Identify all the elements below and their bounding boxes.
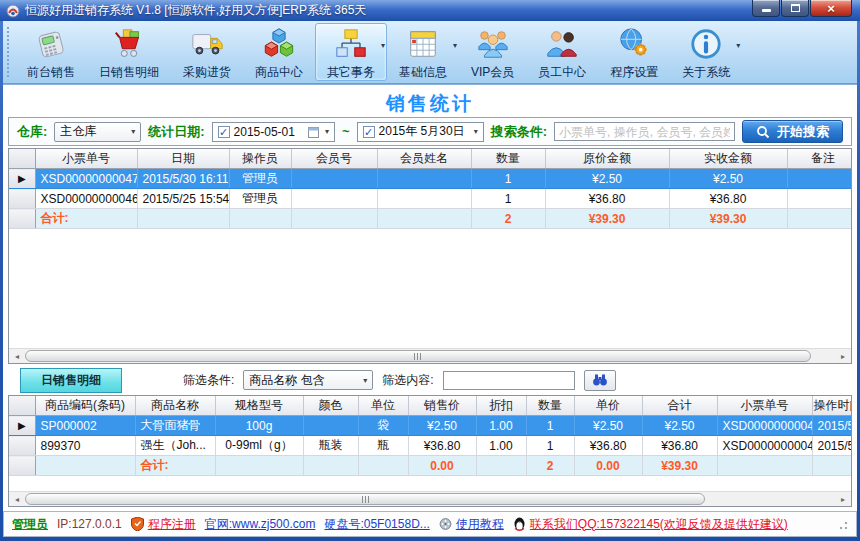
table-cell xyxy=(787,189,852,209)
table-cell: 瓶装 xyxy=(303,436,358,456)
scroll-right-button[interactable]: ▸ xyxy=(835,492,851,506)
maximize-icon xyxy=(791,4,800,12)
table-cell: 2015/5/25 15:54 xyxy=(137,189,229,209)
warehouse-select[interactable]: 主仓库 ▾ xyxy=(54,122,141,142)
maximize-button[interactable] xyxy=(781,0,809,17)
toolbar-button-about[interactable]: 关于系统 ▾ xyxy=(670,23,742,81)
checkbox-checked-icon[interactable]: ✓ xyxy=(218,126,230,138)
toolbar-button-staff-center[interactable]: 员工中心 xyxy=(526,23,598,81)
table-cell xyxy=(229,209,291,229)
detail-filter-select[interactable]: 商品名称 包含 ▾ xyxy=(243,370,373,390)
table-cell: ¥2.50 xyxy=(642,416,717,436)
detail-content-label: 筛选内容: xyxy=(382,372,433,389)
search-icon xyxy=(756,125,770,139)
scrollbar-thumb[interactable] xyxy=(25,350,811,362)
tab-daily-sales-detail[interactable]: 日销售明细 xyxy=(20,368,122,393)
totals-row[interactable]: 合计:2¥39.30¥39.30 xyxy=(9,209,852,229)
column-header[interactable]: 单价 xyxy=(574,396,642,416)
date-to-picker[interactable]: ✓ 2015年 5月30日 ▾ xyxy=(357,122,484,142)
column-header[interactable]: 单位 xyxy=(358,396,408,416)
scrollbar-thumb[interactable] xyxy=(25,493,705,505)
close-button[interactable]: × xyxy=(810,0,852,17)
column-header[interactable]: 实收金额 xyxy=(669,149,787,169)
table-cell: 管理员 xyxy=(229,189,291,209)
toolbar-button-purchase[interactable]: 采购进货 xyxy=(171,23,243,81)
table-cell: 大骨面猪骨 xyxy=(135,416,215,436)
detail-filter-input[interactable] xyxy=(443,371,575,390)
contact-link[interactable]: 联系我们QQ:157322145(欢迎反馈及提供好建议) xyxy=(530,516,788,533)
vip-members-icon xyxy=(476,27,510,61)
table-cell xyxy=(717,456,812,476)
column-header[interactable]: 商品编码(条码) xyxy=(35,396,135,416)
column-header[interactable]: 原价金额 xyxy=(545,149,669,169)
column-header[interactable]: 数量 xyxy=(526,396,574,416)
table-row[interactable]: ▶SP000002大骨面猪骨100g袋¥2.501.001¥2.50¥2.50X… xyxy=(9,416,852,436)
column-header[interactable]: 规格型号 xyxy=(215,396,303,416)
scrollbar-track[interactable] xyxy=(25,492,835,506)
column-header[interactable]: 折扣 xyxy=(476,396,526,416)
column-header[interactable]: 会员姓名 xyxy=(377,149,471,169)
detail-filter-label: 筛选条件: xyxy=(183,372,234,389)
column-header[interactable]: 合计 xyxy=(642,396,717,416)
table-cell: 1 xyxy=(526,436,574,456)
find-button[interactable] xyxy=(584,370,616,391)
date-from-picker[interactable]: ✓ 2015-05-01 ▾ xyxy=(212,122,335,142)
calendar-icon xyxy=(308,126,321,138)
horizontal-scrollbar[interactable]: ◂ ▸ xyxy=(9,348,851,363)
scroll-left-button[interactable]: ◂ xyxy=(9,492,25,506)
toolbar-button-label: 员工中心 xyxy=(538,64,586,81)
org-chart-icon xyxy=(334,27,368,61)
search-input[interactable] xyxy=(554,122,735,141)
column-header[interactable]: 颜色 xyxy=(303,396,358,416)
register-link[interactable]: 程序注册 xyxy=(148,516,196,533)
table-cell: 2015/5/30 16:11 xyxy=(137,169,229,189)
totals-row[interactable]: 合计:0.0020.00¥39.30 xyxy=(9,456,852,476)
toolbar-button-vip-members[interactable]: VIP会员 xyxy=(459,23,526,81)
truck-icon xyxy=(190,27,224,61)
table-cell: 2015/5/30 xyxy=(812,416,852,436)
column-header[interactable]: 日期 xyxy=(137,149,229,169)
column-header[interactable]: 数量 xyxy=(471,149,545,169)
table-cell: 瓶 xyxy=(358,436,408,456)
toolbar-button-pos-sale[interactable]: 前台销售 xyxy=(15,23,87,81)
scroll-right-button[interactable]: ▸ xyxy=(835,349,851,363)
column-header[interactable]: 商品名称 xyxy=(135,396,215,416)
scrollbar-track[interactable] xyxy=(25,349,835,363)
disk-id-link[interactable]: 硬盘号:05F0158D... xyxy=(324,516,429,533)
table-icon xyxy=(406,27,440,61)
table-cell: 1.00 xyxy=(476,416,526,436)
column-header[interactable]: 会员号 xyxy=(291,149,377,169)
scroll-left-button[interactable]: ◂ xyxy=(9,349,25,363)
website-link[interactable]: 官网:www.zj500.com xyxy=(205,516,316,533)
column-header[interactable]: 操作员 xyxy=(229,149,291,169)
column-header[interactable]: 操作时间 xyxy=(812,396,852,416)
toolbar-button-settings[interactable]: 程序设置 xyxy=(598,23,670,81)
table-row[interactable]: XSD000000000462015/5/25 15:54管理员1¥36.80¥… xyxy=(9,189,852,209)
start-search-button[interactable]: 开始搜索 xyxy=(742,120,843,143)
table-cell: ¥39.30 xyxy=(545,209,669,229)
toolbar-button-other-affairs[interactable]: 其它事务 ▾ xyxy=(315,23,387,81)
column-header[interactable]: 备注 xyxy=(787,149,852,169)
table-row[interactable]: 899370强生（Joh...0-99ml（g）瓶装瓶¥36.801.001¥3… xyxy=(9,436,852,456)
horizontal-scrollbar[interactable]: ◂ ▸ xyxy=(9,491,851,506)
toolbar-button-product-center[interactable]: 商品中心 xyxy=(243,23,315,81)
table-cell: 0-99ml（g） xyxy=(215,436,303,456)
toolbar-button-daily-sales-detail[interactable]: 日销售明细 xyxy=(87,23,171,81)
column-header[interactable]: 销售价 xyxy=(408,396,476,416)
toolbar-button-basic-info[interactable]: 基础信息 ▾ xyxy=(387,23,459,81)
column-header[interactable]: 小票单号 xyxy=(35,149,137,169)
toolbar-button-label: VIP会员 xyxy=(471,64,514,81)
table-cell xyxy=(812,456,852,476)
table-row[interactable]: ▶XSD000000000472015/5/30 16:11管理员1¥2.50¥… xyxy=(9,169,852,189)
column-header[interactable]: 小票单号 xyxy=(717,396,812,416)
minimize-button[interactable] xyxy=(752,0,780,17)
table-cell: 0.00 xyxy=(408,456,476,476)
staff-icon xyxy=(545,27,579,61)
warehouse-value: 主仓库 xyxy=(60,123,96,140)
table-cell: 100g xyxy=(215,416,303,436)
tutorial-link[interactable]: 使用教程 xyxy=(456,516,504,533)
resize-grip[interactable] xyxy=(836,518,848,530)
checkbox-checked-icon[interactable]: ✓ xyxy=(363,126,375,138)
content-area: 销售统计 仓库: 主仓库 ▾ 统计日期: ✓ 2015-05-01 ▾ ~ ✓ xyxy=(3,84,857,511)
window-title: 恒源好用进销存系统 V1.8 [恒源软件,好用又方便]ERP系统 365天 xyxy=(25,2,366,19)
